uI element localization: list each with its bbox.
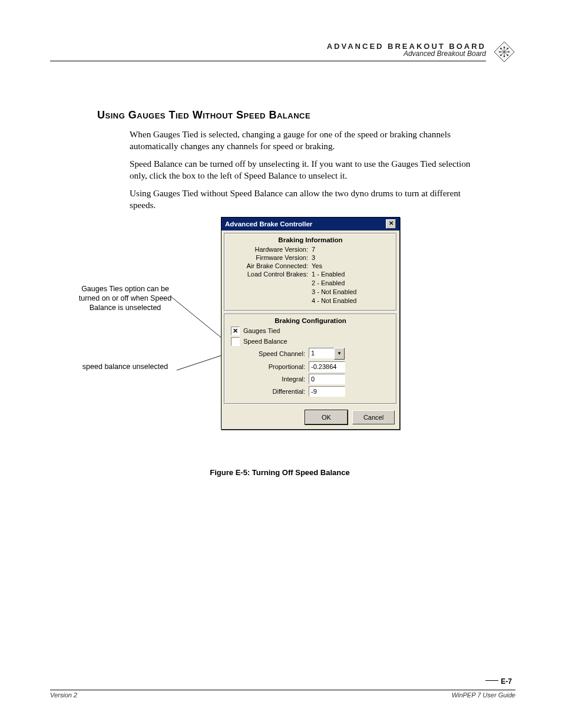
lcb-line: 4 - Not Enabled: [312, 297, 392, 305]
cancel-button[interactable]: Cancel: [352, 410, 395, 424]
figure-caption: Figure E-5: Turning Off Speed Balance: [130, 468, 430, 477]
integral-input[interactable]: 0: [309, 374, 345, 384]
row-proportional: Proportional: -0.23864: [229, 361, 392, 372]
row-speed-channel: Speed Channel: 1 ▼: [229, 348, 392, 360]
row-load-control-brakes: Load Control Brakes: 1 - Enabled: [229, 271, 392, 278]
value: 3: [312, 254, 392, 261]
label: Speed Channel:: [229, 350, 309, 357]
callout-speed-balance: speed balance unselected: [77, 363, 174, 372]
value: 7: [312, 246, 392, 253]
proportional-input[interactable]: -0.23864: [309, 361, 345, 372]
footer-right: WinPEP 7 User Guide: [452, 691, 515, 699]
panel-braking-configuration: Braking Configuration ✕ Gauges Tied Spee…: [224, 314, 397, 404]
checkbox-gauges-tied[interactable]: ✕: [231, 327, 240, 335]
row-firmware-version: Firmware Version: 3: [229, 254, 392, 261]
header-rule: [50, 61, 486, 61]
header-section-title: Advanced Breakout Board: [327, 50, 486, 58]
panel-title: Braking Configuration: [229, 317, 392, 324]
checkbox-label: Speed Balance: [243, 338, 287, 345]
paragraph: When Gauges Tied is selected, changing a…: [130, 129, 471, 152]
page-content: ADVANCED BREAKOUT BOARD Advanced Breakou…: [50, 44, 515, 477]
checkbox-speed-balance-row[interactable]: Speed Balance: [231, 337, 392, 346]
dialog-button-row: OK Cancel: [222, 407, 399, 429]
dialog-advanced-brake-controller: Advanced Brake Controller ✕ Braking Info…: [221, 217, 400, 430]
page-footer: Version 2 WinPEP 7 User Guide: [50, 690, 515, 699]
differential-input[interactable]: -9: [309, 386, 345, 397]
page-number: E-7: [485, 677, 512, 686]
label: Proportional:: [229, 363, 309, 370]
footer-left: Version 2: [50, 691, 77, 699]
lcb-line: 3 - Not Enabled: [312, 288, 392, 297]
speed-channel-value[interactable]: 1: [309, 348, 334, 358]
callout-gauges-ties: Gauges Ties option can be turned on or o…: [77, 285, 174, 312]
breakout-board-icon: [493, 41, 515, 63]
section-heading: Using Gauges Tied Without Speed Balance: [97, 109, 486, 121]
panel-braking-information: Braking Information Hardware Version: 7 …: [224, 233, 397, 311]
row-differential: Differential: -9: [229, 386, 392, 397]
value: 1 - Enabled: [312, 271, 392, 278]
checkbox-label: Gauges Tied: [243, 327, 280, 334]
label: Differential:: [229, 388, 309, 395]
label: Load Control Brakes:: [229, 271, 312, 278]
figure-area: Gauges Ties option can be turned on or o…: [130, 217, 486, 465]
svg-line-14: [177, 354, 225, 370]
chevron-down-icon[interactable]: ▼: [334, 348, 345, 360]
row-hardware-version: Hardware Version: 7: [229, 246, 392, 253]
label: Hardware Version:: [229, 246, 312, 253]
ok-button[interactable]: OK: [305, 410, 348, 424]
panel-title: Braking Information: [229, 236, 392, 243]
label: Integral:: [229, 375, 309, 383]
body-text: When Gauges Tied is selected, changing a…: [130, 129, 471, 211]
label: Air Brake Connected:: [229, 262, 312, 269]
checkbox-speed-balance[interactable]: [231, 337, 240, 346]
lcb-line: 2 - Enabled: [312, 279, 392, 288]
row-air-brake: Air Brake Connected: Yes: [229, 262, 392, 269]
row-integral: Integral: 0: [229, 374, 392, 384]
label: Firmware Version:: [229, 254, 312, 261]
header-titles: ADVANCED BREAKOUT BOARD Advanced Breakou…: [327, 42, 486, 58]
value: Yes: [312, 262, 392, 269]
close-icon[interactable]: ✕: [386, 219, 396, 229]
speed-channel-dropdown[interactable]: 1 ▼: [309, 348, 345, 360]
page-header: ADVANCED BREAKOUT BOARD Advanced Breakou…: [50, 44, 515, 68]
svg-line-13: [171, 297, 225, 341]
paragraph: Speed Balance can be turned off by unsel…: [130, 158, 471, 182]
dialog-title: Advanced Brake Controller: [225, 220, 312, 228]
checkbox-gauges-tied-row[interactable]: ✕ Gauges Tied: [231, 327, 392, 335]
content-area: Using Gauges Tied Without Speed Balance …: [97, 109, 486, 477]
dialog-titlebar[interactable]: Advanced Brake Controller ✕: [222, 218, 399, 230]
paragraph: Using Gauges Tied without Speed Balance …: [130, 187, 471, 211]
